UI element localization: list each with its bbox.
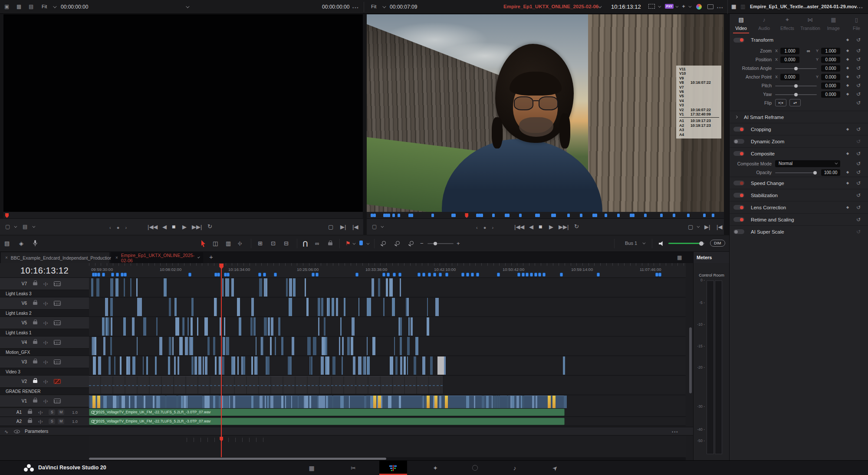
eye-icon[interactable]: [14, 430, 20, 433]
reset-icon[interactable]: ↺: [856, 168, 861, 177]
media-page-icon[interactable]: ▦: [298, 461, 326, 475]
timeline-clip[interactable]: [194, 356, 197, 375]
keyframe-icon[interactable]: ◆: [846, 203, 849, 212]
auto-select-icon[interactable]: ‹|›: [38, 410, 43, 415]
section-toggle[interactable]: [733, 151, 744, 156]
timeline-clip[interactable]: [182, 317, 183, 336]
goto-in-button[interactable]: |◀: [717, 224, 722, 230]
section-header-cropping[interactable]: Cropping◆↺: [730, 123, 868, 135]
timeline-marker-icon[interactable]: [560, 273, 563, 277]
track-disabled-icon[interactable]: [54, 379, 61, 384]
reset-icon[interactable]: ↺: [856, 159, 861, 168]
play-button[interactable]: ▶: [549, 224, 553, 230]
timeline-marker-icon[interactable]: [312, 273, 315, 277]
track-header-v4[interactable]: V4‹|›: [0, 336, 89, 349]
x-value-field[interactable]: 0.000: [780, 56, 799, 63]
timeline-clip[interactable]: [318, 298, 320, 316]
timeline-clip[interactable]: [239, 317, 241, 336]
inspector-options-menu[interactable]: •••: [857, 6, 863, 10]
timeline-clip[interactable]: [286, 278, 288, 297]
timeline-clip[interactable]: [352, 317, 355, 336]
timeline-clip[interactable]: [126, 356, 128, 375]
timeline-clip[interactable]: [98, 356, 101, 375]
solo-button[interactable]: S: [49, 409, 55, 415]
chevron-down-icon[interactable]: [598, 4, 602, 8]
timeline-marker-icon[interactable]: [461, 273, 464, 277]
track-lock-icon[interactable]: [33, 380, 37, 383]
timeline-clip[interactable]: [146, 356, 148, 375]
timeline-clip[interactable]: [406, 298, 408, 316]
timeline-clip[interactable]: [342, 337, 344, 355]
auto-select-icon[interactable]: ‹|›: [43, 379, 48, 384]
play-button[interactable]: ▶: [182, 224, 187, 230]
timeline-clip[interactable]: [139, 298, 141, 316]
reset-icon[interactable]: ↺: [856, 137, 861, 146]
edit-page-icon[interactable]: [379, 461, 407, 475]
timeline-clip[interactable]: [251, 298, 254, 316]
timeline-clip[interactable]: [231, 278, 234, 297]
timeline-clip[interactable]: [115, 278, 118, 297]
timeline-marker-icon[interactable]: [116, 273, 119, 277]
timeline-clip[interactable]: [156, 317, 158, 336]
step-back-button[interactable]: ◀: [162, 224, 167, 230]
timeline-marker-icon[interactable]: [111, 273, 114, 277]
keyframe-icon[interactable]: ◆: [846, 73, 849, 81]
timeline-marker-icon[interactable]: [597, 273, 600, 277]
flag-icon[interactable]: ⚑: [345, 240, 351, 247]
timeline-clip[interactable]: [386, 278, 388, 297]
chevron-down-icon[interactable]: [697, 225, 700, 228]
stop-button[interactable]: ■: [172, 224, 175, 230]
inspector-tab-video[interactable]: ▤Video: [730, 16, 753, 33]
timeline-clip[interactable]: [264, 317, 267, 336]
section-toggle[interactable]: [733, 217, 744, 222]
timeline-clip[interactable]: [175, 317, 179, 336]
x-value-field[interactable]: 0.000: [780, 74, 799, 80]
track-lane-v7[interactable]: [89, 278, 686, 297]
go-to-last-frame-button[interactable]: ▶▶|: [559, 224, 569, 230]
clip-marker-icon[interactable]: [553, 214, 556, 217]
reset-icon[interactable]: ↺: [856, 179, 861, 188]
clip-marker-icon[interactable]: [567, 214, 570, 217]
track-header-a1[interactable]: A1‹|›SM1.0: [0, 408, 89, 417]
timeline-clip[interactable]: [311, 356, 312, 375]
color-page-icon[interactable]: [461, 461, 489, 475]
timeline-clip[interactable]: [159, 337, 162, 355]
timeline-name-menu[interactable]: Empire_Ep1_UKTX_ONLINE_2025-02-06: [503, 4, 598, 9]
timeline-clip[interactable]: [132, 356, 135, 375]
clip-marker-icon[interactable]: [392, 214, 395, 217]
keyframe-icon[interactable]: ◆: [846, 81, 849, 90]
viewport-overlay-icon[interactable]: [648, 4, 655, 9]
clip-marker-icon[interactable]: [580, 214, 582, 217]
clip-marker-icon[interactable]: [507, 214, 510, 217]
timeline-marker-icon[interactable]: [124, 273, 127, 277]
timeline-clip[interactable]: [174, 356, 176, 375]
timeline-clip[interactable]: [110, 278, 113, 297]
timeline-clip[interactable]: [369, 298, 371, 316]
timeline-clip[interactable]: [289, 298, 290, 316]
goto-out-button[interactable]: ▶|: [704, 224, 710, 230]
timeline-clip[interactable]: [332, 356, 335, 375]
section-header-dynamic-zoom[interactable]: Dynamic Zoom↺: [730, 135, 868, 147]
left-viewer-options-menu[interactable]: •••: [352, 6, 359, 10]
timeline-marker-icon[interactable]: [439, 273, 442, 277]
chevron-down-icon[interactable]: [53, 4, 56, 8]
timeline-marker-icon[interactable]: [316, 273, 319, 277]
track-header-v1[interactable]: V1‹|›: [0, 395, 89, 407]
clip-marker-icon[interactable]: [411, 214, 413, 217]
x-value-field[interactable]: 1.000: [780, 48, 799, 54]
zoom-full-extent-icon[interactable]: [382, 241, 386, 245]
timeline-clip[interactable]: [270, 337, 272, 355]
timeline-clip[interactable]: [224, 317, 225, 336]
timeline-timecode-display[interactable]: 10:16:13:12: [0, 263, 89, 278]
timeline-clip[interactable]: [427, 298, 428, 316]
timeline-clip[interactable]: [174, 298, 177, 316]
slider-track[interactable]: [775, 86, 817, 86]
chevron-down-icon[interactable]: [32, 225, 35, 228]
clip-marker-icon[interactable]: [703, 214, 706, 217]
timeline-clip[interactable]: [191, 317, 193, 336]
slider-track[interactable]: [775, 172, 817, 173]
timeline-clip[interactable]: [427, 317, 429, 336]
dim-button[interactable]: DIM: [710, 240, 725, 247]
timeline-marker-icon[interactable]: [655, 273, 658, 277]
zoom-custom-icon[interactable]: [410, 241, 414, 245]
